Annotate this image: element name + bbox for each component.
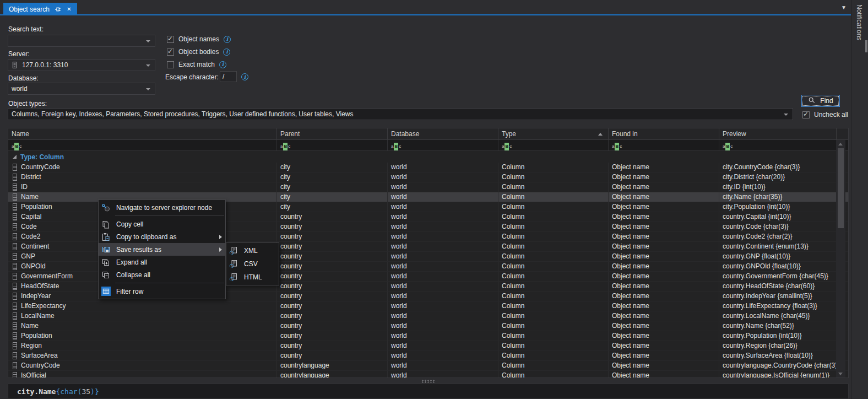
text-filter-icon[interactable]: aBc (12, 143, 21, 150)
edge-scrollbar[interactable] (865, 40, 867, 52)
cell-preview[interactable]: city.CountryCode {char(3)} (719, 163, 837, 172)
filter-cell[interactable]: aBc (719, 140, 837, 150)
cell-type[interactable]: Column (498, 361, 609, 370)
cell-database[interactable]: world (388, 361, 498, 370)
cell-type[interactable]: Column (498, 311, 609, 321)
checkbox-icon[interactable] (167, 36, 174, 43)
cell-preview[interactable]: country.LocalName {char(45)} (719, 311, 837, 321)
chevron-down-icon[interactable] (146, 88, 150, 90)
table-row[interactable]: LifeExpectancycountryworldColumnObject n… (8, 301, 848, 311)
text-filter-icon[interactable]: aBc (723, 143, 733, 150)
table-row[interactable]: NamecountryworldColumnObject namecountry… (8, 321, 848, 331)
cell-type[interactable]: Column (498, 321, 609, 331)
find-button[interactable]: Find (801, 95, 840, 107)
group-row[interactable]: Type: Column (8, 151, 848, 163)
scrollbar-thumb[interactable] (838, 148, 844, 228)
cell-preview[interactable]: city.Name {char(35)} (719, 192, 837, 202)
cell-type[interactable]: Column (498, 341, 609, 351)
splitter[interactable] (8, 379, 849, 384)
cell-type[interactable]: Column (498, 172, 609, 182)
cell-preview[interactable]: country.Population {int(10)} (719, 331, 837, 341)
cell-parent[interactable]: country (277, 242, 388, 251)
cell-preview[interactable]: city.Population {int(10)} (719, 202, 837, 212)
cell-database[interactable]: world (388, 212, 498, 222)
info-icon[interactable]: i (223, 48, 230, 56)
cell-found-in[interactable]: Object name (609, 172, 719, 182)
cell-type[interactable]: Column (498, 292, 609, 301)
cell-database[interactable]: world (388, 232, 498, 241)
table-row[interactable]: IsOfficialcountrylanguageworldColumnObje… (8, 371, 848, 378)
table-row[interactable]: PopulationcountryworldColumnObject namec… (8, 331, 848, 341)
cell-database[interactable]: world (388, 321, 498, 331)
submenu-item-csv[interactable]: CSV (226, 257, 279, 271)
cell-found-in[interactable]: Object name (609, 331, 719, 341)
server-select[interactable]: 127.0.0.1: 3310 (8, 59, 155, 71)
checkbox-icon[interactable] (802, 111, 810, 118)
cell-name[interactable]: SurfaceArea (8, 351, 277, 360)
table-row[interactable]: RegioncountryworldColumnObject namecount… (8, 341, 848, 351)
cell-type[interactable]: Column (498, 371, 609, 378)
table-row[interactable]: CountryCodecityworldColumnObject namecit… (8, 163, 848, 172)
cell-found-in[interactable]: Object name (609, 351, 719, 360)
cell-preview[interactable]: country.Code {char(3)} (719, 222, 837, 231)
cell-preview[interactable]: country.HeadOfState {char(60)} (719, 282, 837, 291)
cell-preview[interactable]: country.Region {char(26)} (719, 341, 837, 351)
menu-item-copy-cell[interactable]: Copy cell (99, 218, 225, 230)
cell-name[interactable]: LifeExpectancy (8, 301, 277, 311)
cell-found-in[interactable]: Object name (609, 262, 719, 271)
checkbox-exact-match[interactable]: Exact match i (167, 61, 226, 68)
cell-database[interactable]: world (388, 163, 498, 172)
text-filter-icon[interactable]: aBc (280, 143, 290, 150)
cell-parent[interactable]: country (277, 222, 388, 231)
cell-database[interactable]: world (388, 272, 498, 281)
scroll-up-icon[interactable] (838, 143, 843, 145)
cell-database[interactable]: world (388, 341, 498, 351)
search-text-input[interactable] (8, 35, 155, 47)
cell-database[interactable]: world (388, 331, 498, 341)
text-filter-icon[interactable]: aBc (391, 143, 401, 150)
checkbox-icon[interactable] (167, 61, 174, 68)
column-header-found-in[interactable]: Found in (609, 128, 719, 139)
cell-parent[interactable]: city (277, 202, 388, 212)
menu-item-filter-row[interactable]: Filter row (99, 285, 225, 298)
cell-parent[interactable]: country (277, 262, 388, 271)
cell-parent[interactable]: country (277, 331, 388, 341)
cell-type[interactable]: Column (498, 351, 609, 360)
pin-icon[interactable] (54, 6, 61, 13)
cell-found-in[interactable]: Object name (609, 292, 719, 301)
cell-type[interactable]: Column (498, 282, 609, 291)
cell-parent[interactable]: country (277, 321, 388, 331)
cell-preview[interactable]: country.GovernmentForm {char(45)} (719, 272, 837, 281)
cell-preview[interactable]: city.ID {int(10)} (719, 182, 837, 192)
chevron-down-icon[interactable] (146, 64, 150, 67)
cell-preview[interactable]: country.Name {char(52)} (719, 321, 837, 331)
table-row[interactable]: CountryCodecountrylanguageworldColumnObj… (8, 361, 848, 371)
cell-database[interactable]: world (388, 371, 498, 378)
cell-parent[interactable]: country (277, 282, 388, 291)
filter-cell[interactable]: aBc (8, 140, 277, 150)
submenu-item-xml[interactable]: XML (226, 244, 279, 257)
cell-database[interactable]: world (388, 192, 498, 202)
cell-database[interactable]: world (388, 172, 498, 182)
cell-database[interactable]: world (388, 292, 498, 301)
cell-parent[interactable]: country (277, 252, 388, 261)
uncheck-all-checkbox[interactable]: Uncheck all (802, 111, 848, 118)
cell-database[interactable]: world (388, 301, 498, 311)
cell-parent[interactable]: country (277, 341, 388, 351)
info-icon[interactable]: i (224, 36, 231, 43)
cell-preview[interactable]: city.District {char(20)} (719, 172, 837, 182)
cell-database[interactable]: world (388, 252, 498, 261)
cell-type[interactable]: Column (498, 262, 609, 271)
cell-parent[interactable]: country (277, 272, 388, 281)
cell-found-in[interactable]: Object name (609, 242, 719, 251)
cell-type[interactable]: Column (498, 331, 609, 341)
table-row[interactable]: LocalNamecountryworldColumnObject nameco… (8, 311, 848, 321)
cell-database[interactable]: world (388, 202, 498, 212)
column-header-database[interactable]: Database (388, 128, 498, 139)
cell-found-in[interactable]: Object name (609, 341, 719, 351)
cell-preview[interactable]: countrylanguage.IsOfficial {enum(1)} (719, 371, 837, 378)
cell-type[interactable]: Column (498, 252, 609, 261)
scroll-down-icon[interactable] (838, 373, 843, 375)
cell-preview[interactable]: country.IndepYear {smallint(5)} (719, 292, 837, 301)
cell-database[interactable]: world (388, 182, 498, 192)
